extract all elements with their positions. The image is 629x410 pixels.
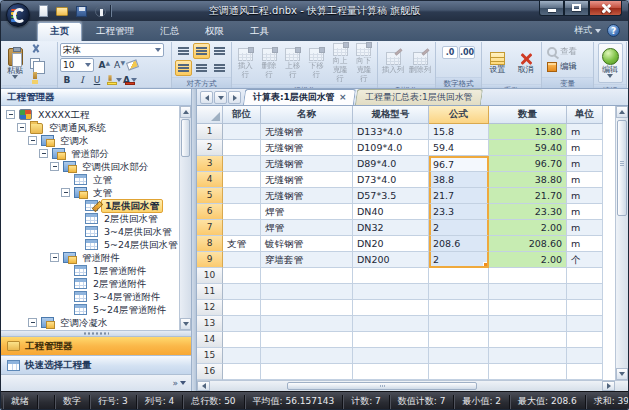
cell-spec[interactable]: D57*3.5 [353,188,429,204]
ribbon-tab[interactable]: 主页 [37,22,82,41]
column-header[interactable]: 名称 [261,106,353,124]
alignment-button[interactable] [193,60,210,76]
tree-expander-icon[interactable] [17,123,26,132]
highlight-color-button[interactable] [105,73,122,86]
row-number[interactable]: 14 [197,332,223,348]
row-number[interactable]: 10 [197,268,223,284]
title-bar[interactable]: 空调通风工程.dnbx - 快算工程量计算稿 旗舰版 [1,1,628,21]
cell-unit[interactable] [567,268,603,284]
cell-name[interactable] [261,364,353,380]
cell-spec[interactable]: D133*4.0 [353,124,429,140]
horizontal-scroll-thumb[interactable] [287,382,477,390]
cell-name[interactable] [261,332,353,348]
cell-spec[interactable]: D109*4.0 [353,140,429,156]
cell-formula[interactable]: 38.8 [429,172,489,188]
cell-quantity[interactable] [489,332,567,348]
cell-unit[interactable]: m [567,188,603,204]
cell-spec[interactable] [353,332,429,348]
cell-part[interactable] [223,364,261,380]
cell-spec[interactable] [353,364,429,380]
cell-formula[interactable] [429,348,489,364]
tree-item[interactable]: 空调水 [2,134,178,147]
tree-scrollbar[interactable] [179,106,191,330]
column-header[interactable]: 公式 [429,106,489,124]
tab-nav-button[interactable] [228,91,241,104]
row-op-button[interactable]: 上移行 [281,43,304,83]
cell-name[interactable]: 焊管 [261,204,353,220]
cell-formula[interactable]: 59.4 [429,140,489,156]
cell-formula[interactable]: 15.8 [429,124,489,140]
tree-expander-icon[interactable] [50,253,59,262]
ribbon-tab[interactable]: 汇总 [148,23,191,41]
cell-spec[interactable]: D73*4.0 [353,172,429,188]
cell-quantity[interactable] [489,364,567,380]
tree-item[interactable]: 2层供回水管 [2,212,178,225]
cell-name[interactable] [261,284,353,300]
row-op-button[interactable]: 向下 克隆行 [352,43,375,83]
cell-formula[interactable] [429,284,489,300]
alignment-button[interactable] [175,43,192,59]
cell-part[interactable] [223,300,261,316]
font-color-button[interactable]: A [123,73,137,86]
underline-button[interactable]: U [90,73,104,86]
tree-expander-icon[interactable] [28,136,37,145]
row-number[interactable]: 13 [197,316,223,332]
cell-unit[interactable] [567,284,603,300]
tree-item[interactable]: 立管 [2,173,178,186]
tree-item[interactable]: 支管 [2,186,178,199]
cell-formula[interactable] [429,300,489,316]
cell-quantity[interactable]: 15.80 [489,124,567,140]
scroll-up-button[interactable] [616,106,628,118]
cut-button[interactable] [27,43,43,56]
scroll-down-button[interactable] [180,318,191,330]
tree-item[interactable]: 5~24层供回水管 [2,238,178,251]
cell-name[interactable] [261,316,353,332]
cell-part[interactable] [223,348,261,364]
tree-item[interactable]: 2层管道附件 [2,277,178,290]
column-header[interactable]: 部位 [223,106,261,124]
tree-item[interactable]: 1层供回水管 [2,199,178,212]
quick-access-button[interactable] [54,4,70,19]
tree-item[interactable]: 5~24层管道附件 [2,303,178,316]
ribbon-tab[interactable]: 工程管理 [84,23,146,41]
shrink-font-button[interactable]: A▼ [110,59,124,72]
document-tab[interactable]: 工程量汇总表:1层供回水管 [355,89,483,105]
coefficient-cancel-button[interactable]: 取消 [515,43,537,83]
cell-part[interactable] [223,140,261,156]
column-header[interactable]: 数量 [489,106,567,124]
cell-quantity[interactable]: 2.00 [489,220,567,236]
cell-unit[interactable]: m [567,124,603,140]
cell-unit[interactable] [567,316,603,332]
row-number[interactable]: 11 [197,284,223,300]
italic-button[interactable]: I [75,73,89,86]
sidebar-nav-item[interactable]: 快速选择工程量 [1,356,191,375]
alignment-button[interactable] [175,60,192,76]
scroll-left-button[interactable] [197,381,210,391]
cell-unit[interactable] [567,332,603,348]
help-button[interactable]: ? [607,24,620,37]
column-header[interactable]: 规格型号 [353,106,429,124]
edit-mode-button[interactable]: 编辑 [598,43,623,83]
increase-decimal-button[interactable]: .0 [442,46,458,59]
cell-spec[interactable] [353,300,429,316]
row-number[interactable]: 1 [197,124,223,140]
cell-formula[interactable] [429,332,489,348]
quick-access-button[interactable] [73,4,89,19]
cell-quantity[interactable] [489,316,567,332]
cell-name[interactable]: 无缝钢管 [261,156,353,172]
cell-unit[interactable]: m [567,172,603,188]
cell-quantity[interactable] [489,348,567,364]
cell-name[interactable] [261,268,353,284]
cell-name[interactable]: 无缝钢管 [261,172,353,188]
row-number[interactable]: 15 [197,348,223,364]
row-number[interactable]: 9 [197,252,223,268]
vertical-scroll-thumb[interactable] [617,120,627,216]
cell-formula[interactable]: 21.7 [429,188,489,204]
row-op-button[interactable]: 下移行 [305,43,328,83]
tree-item[interactable]: 1层管道附件 [2,264,178,277]
row-number[interactable]: 16 [197,364,223,380]
cell-unit[interactable]: m [567,140,603,156]
row-op-button[interactable]: 向上 克隆行 [329,43,352,83]
cell-spec[interactable]: DN20 [353,236,429,252]
row-number[interactable]: 6 [197,204,223,220]
